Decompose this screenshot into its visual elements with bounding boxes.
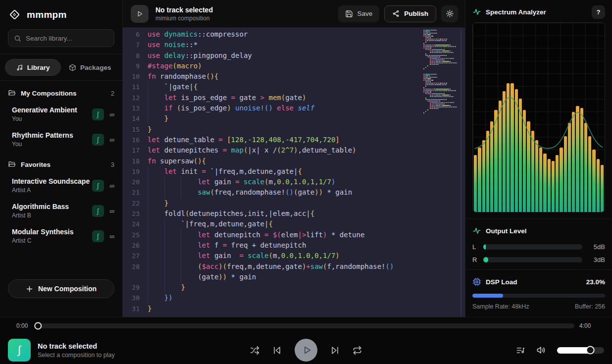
code-line[interactable]: 15} (123, 124, 465, 135)
publish-button[interactable]: Publish (384, 5, 436, 22)
seek-track[interactable] (36, 323, 574, 328)
code-line[interactable]: 32 (123, 314, 465, 317)
minimap-row (423, 90, 457, 91)
tab-library[interactable]: Library (5, 59, 61, 76)
composition-item[interactable]: Interactive SoundscapeArtist A∫∞ (0, 173, 122, 198)
code-line[interactable]: 31} (123, 304, 465, 314)
code-line[interactable]: 18fn supersaw(){ (123, 156, 465, 166)
minimap-segment (450, 89, 451, 90)
settings-button[interactable] (441, 5, 458, 22)
code-line[interactable]: 7use noise::* (123, 40, 465, 50)
minimap-segment (423, 68, 424, 69)
minimap-row (423, 98, 457, 99)
minimap-segment (427, 109, 428, 110)
minimap-segment (443, 83, 445, 84)
track-title: No track selected (155, 6, 213, 14)
code-line[interactable]: 21 saw(freq,randomphase!()(gate)) * gain (123, 187, 465, 198)
minimap-segment (425, 53, 426, 54)
minimap-segment (450, 61, 451, 62)
minimap-segment (430, 49, 431, 50)
minimap-segment (423, 87, 424, 88)
repeat-button[interactable] (353, 346, 362, 355)
code-line[interactable]: 11 `|gate|{ (123, 82, 465, 92)
code-lines: 6use dynamics::compressor7use noise::*8u… (123, 29, 465, 317)
seek-knob[interactable] (34, 322, 42, 330)
previous-button[interactable] (272, 346, 282, 355)
save-label: Save (357, 10, 372, 17)
code-text: let detunepitches = map(|x| x /(2^7),det… (148, 145, 465, 156)
code-line[interactable]: 8use delay::pingpong_delay (123, 51, 465, 61)
composition-item[interactable]: Generative AmbientYou∫∞ (0, 102, 122, 127)
minimap-row (423, 108, 457, 109)
help-button[interactable]: ? (592, 5, 605, 19)
save-button[interactable]: Save (338, 5, 379, 22)
minimap-row (423, 95, 457, 96)
minimap-segment (436, 83, 438, 84)
minimap-segment (434, 45, 435, 46)
minimap-segment (423, 30, 425, 31)
preview-play-button[interactable] (131, 5, 149, 23)
minimap-segment (430, 104, 431, 104)
code-line[interactable]: 24 `|freq,m,detune,gate|{ (123, 219, 465, 229)
channel-label: L (472, 243, 478, 251)
code-line[interactable]: 26 let f = freq + detunepitch (123, 240, 465, 251)
indent-guide-line (148, 177, 148, 187)
indent-guide-line (181, 187, 181, 198)
transport-controls (250, 339, 362, 362)
code-line[interactable]: 23 foldl(detunepitches,init,|elem,acc|{ (123, 208, 465, 219)
shuffle-button[interactable] (250, 346, 259, 355)
minimap-segment (425, 93, 427, 94)
composition-title: Algorithmic Bass (12, 203, 92, 210)
code-line[interactable]: 16let detune_table = [128,-128,408,-417,… (123, 135, 465, 145)
code-line[interactable]: 12 let is_pos_edge = gate > mem(gate) (123, 93, 465, 103)
new-composition-button[interactable]: New Composition (8, 279, 114, 298)
code-line[interactable]: 10fn randomphase(){ (123, 71, 465, 82)
code-text: use delay::pingpong_delay (148, 51, 465, 61)
code-line[interactable]: 6use dynamics::compressor (123, 29, 465, 40)
volume-slider[interactable] (557, 347, 604, 354)
minimap-row (423, 89, 457, 90)
minimap-segment (441, 105, 442, 106)
minimap-segment (452, 106, 457, 107)
minimap-segment (429, 33, 438, 34)
editor-minimap[interactable] (423, 30, 457, 115)
code-line[interactable]: 19 let init = `|freq,m,detune,gate|{ (123, 166, 465, 177)
time-current: 0:00 (16, 322, 31, 329)
minimap-row (423, 64, 457, 65)
composition-item[interactable]: Algorithmic BassArtist B∫∞ (0, 198, 122, 223)
queue-button[interactable] (516, 346, 525, 355)
play-icon (301, 345, 312, 355)
code-line[interactable]: 22 } (123, 198, 465, 208)
play-button[interactable] (295, 339, 317, 362)
volume-knob[interactable] (586, 346, 595, 355)
next-button[interactable] (330, 346, 340, 355)
tab-packages[interactable]: Packages (63, 59, 118, 76)
code-line[interactable]: 14 } (123, 113, 465, 124)
integral-badge-icon: ∫ (92, 205, 104, 217)
track-info: No track selected mimium composition (155, 6, 213, 22)
composition-item[interactable]: Modular SynthesisArtist C∫∞ (0, 223, 122, 249)
player-bar: 0:00 4:00 ∫ No track selected Select a c… (0, 317, 612, 364)
minimap-segment (435, 108, 439, 109)
library-search[interactable] (8, 29, 114, 47)
code-line[interactable]: 9#stage(macro) (123, 61, 465, 71)
code-line[interactable]: 27 let gain = scale(m,0.0,1.0,0,1/7) (123, 251, 465, 261)
code-line[interactable]: 20 let gain = scale(m,0.0,1.0,1,1/7) (123, 177, 465, 187)
code-line[interactable]: 13 if (is_pos_edge) unoise!() else self (123, 103, 465, 113)
composition-item[interactable]: Rhythmic PatternsYou∫∞ (0, 127, 122, 152)
code-line[interactable]: 29 } (123, 282, 465, 293)
indent-guide-line (148, 293, 148, 303)
code-line[interactable]: (gate)) * gain (123, 272, 465, 282)
search-input[interactable] (26, 35, 108, 42)
composition-artist: Artist C (12, 237, 92, 244)
code-line[interactable]: 30 }) (123, 293, 465, 303)
code-line[interactable]: 25 let detunepitch = $(elem|>lift) * det… (123, 230, 465, 240)
editor-scrollbar[interactable] (460, 29, 461, 315)
code-line[interactable]: 28 ($acc)(freq,m,detune,gate)+saw(f,rand… (123, 261, 465, 272)
code-editor[interactable]: 6use dynamics::compressor7use noise::*8u… (123, 28, 465, 317)
minimap-segment (425, 36, 431, 37)
code-line[interactable]: 17let detunepitches = map(|x| x /(2^7),d… (123, 145, 465, 156)
minimap-row (423, 92, 457, 93)
mute-button[interactable] (536, 345, 546, 355)
minimap-segment (430, 64, 431, 65)
